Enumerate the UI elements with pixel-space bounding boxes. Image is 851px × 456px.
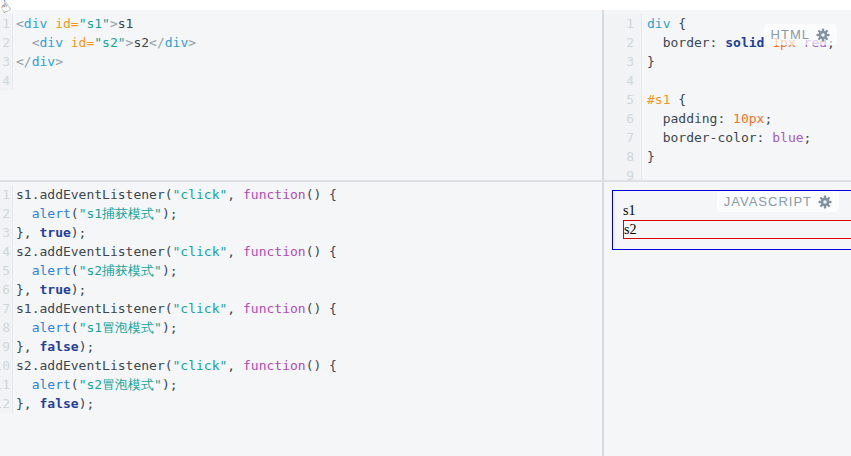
line-number-gutter: 9 [604,166,642,180]
line-number-gutter: 1 [0,14,13,33]
code-text[interactable]: <div id="s2">s2</div> [13,33,196,52]
code-line[interactable]: 5#s1 { [604,90,851,109]
result-div-s2[interactable]: s2 [623,220,851,239]
code-line[interactable]: 4 [0,71,602,90]
code-line[interactable]: 6}, true); [0,280,602,299]
code-text[interactable] [13,71,16,90]
line-number: 2 [626,33,634,52]
code-line[interactable]: 3}, true); [0,223,602,242]
code-text[interactable]: }, false); [13,337,94,356]
line-number: 4 [2,242,10,261]
code-line[interactable]: 2 alert("s1捕获模式"); [0,204,602,223]
line-number-gutter: 12 [0,394,13,413]
line-number: 3 [2,223,10,242]
code-text[interactable]: } [642,147,655,166]
html-settings-gear-icon[interactable] [816,28,830,42]
code-text[interactable]: }, true); [13,223,86,242]
line-number-gutter: 6 [0,280,13,299]
code-text[interactable]: alert("s2捕获模式"); [13,261,178,280]
code-text[interactable]: s1.addEventListener("click", function() … [13,185,337,204]
code-line[interactable]: 3} [604,52,851,71]
code-line[interactable]: 4s2.addEventListener("click", function()… [0,242,602,261]
line-number: 6 [2,280,10,299]
html-panel-label-text: HTML [771,27,810,42]
line-number-gutter: 2 [0,33,13,52]
line-number-gutter: 7 [0,299,13,318]
line-number-gutter: 5 [604,90,642,109]
line-number: 2 [2,33,10,52]
line-number: 9 [2,337,10,356]
result-s2-label: s2 [624,222,636,237]
line-number: 1 [626,14,634,33]
line-number-gutter: 8 [604,147,642,166]
line-number-gutter: 7 [604,128,642,147]
code-line[interactable]: 9}, false); [0,337,602,356]
line-number: 1 [2,14,10,33]
code-text[interactable] [642,71,647,90]
code-text[interactable] [642,166,647,180]
code-text[interactable]: }, false); [13,394,94,413]
line-number-gutter: 9 [0,337,13,356]
code-line[interactable]: 3</div> [0,52,602,71]
line-number: 3 [626,52,634,71]
line-number: 8 [626,147,634,166]
code-line[interactable]: 4 [604,71,851,90]
javascript-panel-label-text: JAVASCRIPT [724,194,812,209]
code-text[interactable]: }, true); [13,280,86,299]
line-number: 5 [2,261,10,280]
code-line[interactable]: 8 alert("s1冒泡模式"); [0,318,602,337]
code-line[interactable]: 11 alert("s2冒泡模式"); [0,375,602,394]
line-number-gutter: 11 [0,375,13,394]
line-number-gutter: 3 [0,223,13,242]
line-number-gutter: 4 [0,71,13,90]
line-number: 8 [2,318,10,337]
code-line[interactable]: 8} [604,147,851,166]
code-text[interactable]: div { [642,14,686,33]
code-line[interactable]: 5 alert("s2捕获模式"); [0,261,602,280]
line-number-gutter: 3 [604,52,642,71]
code-line[interactable]: 7s1.addEventListener("click", function()… [0,299,602,318]
code-line[interactable]: 2 <div id="s2">s2</div> [0,33,602,52]
code-text[interactable]: alert("s1冒泡模式"); [13,318,178,337]
line-number-gutter: 10 [0,356,13,375]
code-text[interactable]: s1.addEventListener("click", function() … [13,299,337,318]
line-number: 9 [626,166,634,180]
line-number-gutter: 1 [604,14,642,33]
code-text[interactable]: alert("s2冒泡模式"); [13,375,178,394]
code-text[interactable]: s2.addEventListener("click", function() … [13,242,337,261]
code-text[interactable]: border-color: blue; [642,128,811,147]
line-number: 3 [2,52,10,71]
line-number-gutter: 3 [0,52,13,71]
code-text[interactable]: #s1 { [642,90,686,109]
line-number: 10 [0,356,10,375]
line-number: 7 [626,128,634,147]
line-number: 12 [0,394,10,413]
line-number: 4 [2,71,10,90]
line-number: 2 [2,204,10,223]
code-text[interactable]: </div> [13,52,63,71]
code-text[interactable]: <div id="s1">s1 [13,14,133,33]
code-line[interactable]: 10s2.addEventListener("click", function(… [0,356,602,375]
javascript-settings-gear-icon[interactable] [818,195,832,209]
html-editor-panel[interactable]: 1<div id="s1">s12 <div id="s2">s2</div>3… [0,10,602,180]
code-text[interactable]: padding: 10px; [642,109,772,128]
line-number-gutter: 8 [0,318,13,337]
code-text[interactable]: alert("s1捕获模式"); [13,204,178,223]
line-number-gutter: 4 [0,242,13,261]
code-line[interactable]: 1s1.addEventListener("click", function()… [0,185,602,204]
line-number: 11 [0,375,10,394]
line-number: 5 [626,90,634,109]
code-line[interactable]: 7 border-color: blue; [604,128,851,147]
html-panel-label: HTML [764,24,837,45]
code-line[interactable]: 6 padding: 10px; [604,109,851,128]
line-number: 6 [626,109,634,128]
code-text[interactable]: s2.addEventListener("click", function() … [13,356,337,375]
line-number-gutter: 2 [604,33,642,52]
line-number: 7 [2,299,10,318]
code-text[interactable]: } [642,52,655,71]
code-line[interactable]: 9 [604,166,851,180]
code-line[interactable]: 12}, false); [0,394,602,413]
top-strip [0,0,851,10]
code-line[interactable]: 1<div id="s1">s1 [0,14,602,33]
js-editor-panel[interactable]: 1s1.addEventListener("click", function()… [0,182,602,456]
